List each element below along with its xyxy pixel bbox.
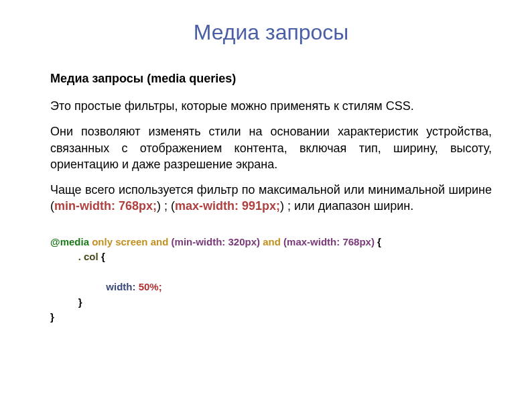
code-media-keyword: @media — [50, 236, 89, 247]
code-line-4: } — [50, 295, 492, 310]
code-open-brace-2: { — [101, 251, 105, 262]
code-condition-2: (max-width: 768px) — [283, 236, 375, 247]
para3-text-b: ) ; ( — [157, 199, 175, 213]
code-line-5: } — [50, 310, 492, 325]
code-line-2: . col { — [50, 249, 492, 265]
code-open-brace-1: { — [377, 236, 381, 247]
code-line-1: @media only screen and (min-width: 320px… — [50, 235, 492, 250]
code-condition-1: (min-width: 320px) — [172, 236, 261, 247]
page-title: Медиа запросы — [50, 20, 492, 45]
code-close-brace-1: } — [78, 296, 82, 308]
paragraph-1: Это простые фильтры, которые можно приме… — [50, 98, 492, 114]
code-block: @media only screen and (min-width: 320px… — [50, 235, 492, 325]
code-and: and — [263, 236, 281, 247]
paragraph-3: Чаще всего используется фильтр по максим… — [50, 182, 492, 215]
code-value: 50%; — [139, 281, 162, 292]
para3-text-c: ) ; или диапазон ширин. — [280, 199, 413, 213]
code-only-screen: only screen and — [92, 236, 168, 247]
code-line-blank — [50, 265, 492, 280]
code-line-3: width: 50%; — [50, 280, 492, 295]
para3-highlight-2: max-width: 991px; — [175, 199, 280, 213]
para3-highlight-1: min-width: 768px; — [54, 199, 157, 213]
code-property: width: — [106, 281, 135, 292]
code-close-brace-2: } — [50, 311, 54, 323]
code-selector: . col — [78, 251, 98, 262]
paragraph-2: Они позволяют изменять стили на основани… — [50, 123, 492, 172]
section-subtitle: Медиа запросы (media queries) — [50, 72, 492, 86]
